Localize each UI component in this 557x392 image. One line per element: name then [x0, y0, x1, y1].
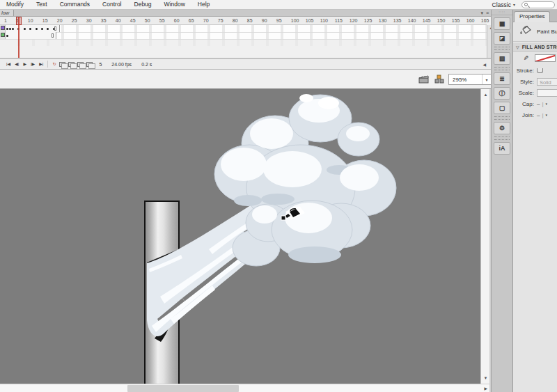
menu-window[interactable]: Window [158, 0, 191, 9]
ruler-frame-30: 30 [86, 18, 92, 23]
menu-debug[interactable]: Debug [128, 0, 158, 9]
layer-1-color-swatch[interactable] [1, 26, 5, 30]
scroll-up-icon[interactable]: ▲ [481, 91, 490, 99]
loop-button[interactable]: ↻ [50, 59, 58, 69]
keyframe-dot[interactable] [24, 28, 26, 30]
edit-bar: 295% ▾ [0, 70, 494, 89]
frame-rate-indicator[interactable]: 24.00 fps [111, 62, 132, 67]
ruler-frame-85: 85 [247, 18, 253, 23]
keyframe-dot[interactable] [41, 28, 43, 30]
onion-skin-icon[interactable] [68, 62, 74, 67]
document-tab-partial[interactable]: low [0, 10, 14, 16]
stroke-scale-select[interactable] [537, 89, 557, 97]
menu-text[interactable]: Text [30, 0, 54, 9]
layer-1-track[interactable] [6, 25, 60, 32]
frame-column-shade [412, 25, 415, 46]
frame-column-shade [120, 25, 123, 46]
dock-gripper[interactable]: :::: [492, 10, 512, 15]
playhead[interactable] [16, 17, 22, 25]
horizontal-scrollbar[interactable]: ▶ [0, 384, 489, 392]
search-input[interactable] [528, 2, 551, 8]
keyframe-dot[interactable] [36, 28, 38, 30]
search-box[interactable] [521, 1, 555, 8]
current-tool-row: Paint Bucket [513, 22, 557, 42]
tab-properties[interactable]: Properties [514, 11, 550, 22]
ruler-frame-40: 40 [116, 18, 121, 23]
menu-items: ModifyTextCommandsControlDebugWindowHelp [0, 0, 216, 9]
info-panel-icon[interactable]: ⓘ [494, 87, 510, 100]
scroll-right-icon[interactable]: ▶ [484, 384, 487, 392]
play-button[interactable]: ▶ [21, 59, 29, 69]
properties-panel: Properties Paint Bucket ▽ FILL AND STROK… [513, 10, 557, 392]
keyframe-dot[interactable] [29, 28, 31, 30]
menu-commands[interactable]: Commands [54, 0, 96, 9]
code-snippets-panel-icon[interactable]: ⚙ [494, 122, 510, 134]
stroke-style-select[interactable]: Solid [537, 78, 557, 86]
keyframe-dot[interactable] [6, 35, 8, 37]
search-icon [524, 3, 528, 6]
keyframe-dot[interactable] [47, 28, 49, 30]
ruler-frame-35: 35 [101, 18, 107, 23]
current-frame-indicator: 5 [99, 62, 102, 67]
menu-control[interactable]: Control [96, 0, 127, 9]
goto-first-frame-button[interactable]: |◀ [4, 59, 13, 69]
frame-column-shade [427, 25, 430, 46]
timeline-panel-menu-icon[interactable]: ▾ ≡ [480, 10, 489, 16]
edit-multiple-frames-icon[interactable] [86, 62, 93, 67]
chevron-down-icon[interactable]: ▾ [546, 113, 548, 117]
motion-presets-panel-icon[interactable]: iA [494, 142, 510, 155]
stroke-color-row: ✎ [513, 52, 557, 64]
scale-label: Scale: [513, 90, 534, 96]
keyframe-dot[interactable] [12, 28, 14, 30]
zoom-level-select[interactable]: 295% ▾ [448, 74, 492, 85]
frame-column-shade [295, 25, 298, 46]
ruler-frame-65: 65 [189, 18, 194, 23]
stroke-weight-slider[interactable] [537, 68, 543, 73]
layer-2-track[interactable] [6, 32, 56, 39]
library-panel-icon[interactable]: ▤ [494, 52, 510, 65]
cap-value[interactable]: – [537, 101, 540, 107]
horizontal-scrollbar-thumb[interactable] [127, 385, 239, 392]
chevron-down-icon[interactable]: ▾ [546, 102, 548, 106]
center-frame-icon[interactable] [59, 62, 65, 67]
step-back-button[interactable]: ◀| [13, 59, 21, 69]
fill-and-stroke-section-header[interactable]: ▽ FILL AND STROKE [513, 42, 557, 52]
ruler-frame-155: 155 [452, 18, 460, 23]
frame-column-shade [281, 25, 283, 46]
flash-application-window: ModifyTextCommandsControlDebugWindowHelp… [0, 0, 557, 392]
edit-scene-icon[interactable] [418, 75, 430, 85]
ruler-frame-90: 90 [262, 18, 267, 23]
frame-column-shade [324, 25, 327, 46]
dock-gripper [494, 136, 510, 140]
edit-symbols-icon[interactable] [433, 75, 445, 85]
join-value[interactable]: – [537, 112, 540, 118]
goto-last-frame-button[interactable]: ▶| [37, 59, 45, 69]
keyframe-dot[interactable] [6, 28, 8, 30]
menu-modify[interactable]: Modify [0, 0, 30, 9]
workspace-switcher[interactable]: Classic ▾ [490, 1, 517, 8]
stage-canvas[interactable] [0, 89, 480, 384]
menu-bar-right: Classic ▾ [490, 0, 555, 9]
scroll-down-icon[interactable]: ▼ [481, 374, 490, 382]
color-panel-icon[interactable]: ◪ [494, 32, 510, 45]
properties-tab-row: Properties [513, 10, 557, 22]
keyframe-dot[interactable] [9, 28, 11, 30]
ruler-frame-95: 95 [276, 18, 282, 23]
ruler-frame-145: 145 [423, 18, 431, 23]
onion-skin-outlines-icon[interactable] [77, 62, 84, 67]
step-forward-button[interactable]: |▶ [29, 59, 37, 69]
transform-panel-icon[interactable]: ▢ [494, 102, 510, 114]
end-frame-marker[interactable] [52, 33, 54, 38]
ruler-frame-140: 140 [408, 18, 416, 23]
ruler-frame-70: 70 [203, 18, 209, 23]
layer-2-color-swatch[interactable] [1, 33, 5, 37]
scroll-left-icon[interactable]: ◀ [483, 62, 486, 67]
align-panel-icon[interactable]: ≣ [494, 72, 510, 85]
menu-help[interactable]: Help [191, 0, 216, 9]
frame-column-shade [91, 25, 93, 46]
end-frame-marker[interactable] [54, 26, 56, 31]
frame-column-shade [266, 25, 269, 46]
vertical-scrollbar[interactable]: ▲ ▼ [480, 89, 489, 384]
swatches-panel-icon[interactable]: ▦ [494, 17, 510, 30]
stroke-color-swatch[interactable] [535, 54, 556, 62]
